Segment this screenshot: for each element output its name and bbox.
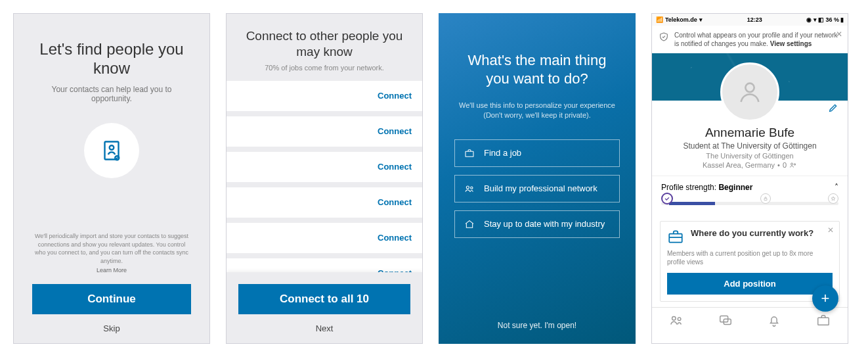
status-bar: 📶 Telekom.de ▾ 12:23 ◉ ▾ ◧ 36 % ▮ [652, 14, 848, 26]
nav-network-icon[interactable] [669, 313, 684, 329]
headline: What's the main thing you want to do? [454, 51, 620, 87]
profile-role: Student at The University of Göttingen [662, 141, 837, 151]
svg-point-5 [471, 187, 473, 189]
option-find-job[interactable]: Find a job [454, 139, 620, 167]
connect-button[interactable]: Connect [378, 126, 412, 136]
connect-button[interactable]: Connect [378, 197, 412, 207]
headline: Connect to other people you may know [242, 28, 406, 60]
svg-point-7 [791, 163, 793, 165]
svg-rect-15 [818, 318, 829, 325]
fab-add-button[interactable]: + [812, 285, 838, 312]
nav-jobs-icon[interactable] [816, 313, 831, 329]
connect-button[interactable]: Connect [378, 233, 412, 243]
subheadline: 70% of jobs come from your network. [242, 64, 406, 72]
suggestion-row: Connect [227, 81, 422, 111]
edit-icon[interactable] [828, 103, 838, 115]
chevron-up-icon[interactable]: ˄ [835, 183, 838, 192]
headline: Let's find people you know [32, 40, 191, 78]
disclaimer-text: We'll periodically import and store your… [32, 232, 191, 275]
close-icon[interactable]: ✕ [827, 226, 834, 235]
screen-profile: 📶 Telekom.de ▾ 12:23 ◉ ▾ ◧ 36 % ▮ Contro… [651, 13, 848, 344]
add-position-button[interactable]: Add position [667, 273, 833, 295]
check-icon [661, 193, 673, 204]
not-sure-button[interactable]: Not sure yet. I'm open! [498, 321, 576, 330]
close-icon[interactable]: ✕ [836, 30, 842, 40]
view-settings-link[interactable]: View settings [770, 40, 812, 47]
prompt-card: ✕ Where do you currently work? Members w… [660, 221, 840, 302]
strength-level: Beginner [718, 183, 752, 192]
suggestion-row: Connect [227, 116, 422, 147]
avatar[interactable] [720, 62, 779, 122]
skip-button[interactable]: Skip [103, 323, 119, 333]
carrier-label: Telekom.de [665, 16, 697, 23]
learn-more-link[interactable]: Learn More [32, 266, 191, 275]
svg-point-8 [794, 164, 795, 165]
home-icon [464, 219, 475, 229]
connect-button[interactable]: Connect [378, 91, 412, 101]
battery-icon: ▮ [840, 16, 844, 23]
svg-point-11 [672, 317, 676, 321]
svg-point-6 [745, 83, 754, 92]
screen-find-people: Let's find people you know Your contacts… [13, 13, 210, 344]
profile-university: The University of Göttingen [662, 152, 837, 160]
nav-notifications-icon[interactable] [767, 313, 781, 329]
suggestion-row: Connect [227, 152, 422, 182]
continue-button[interactable]: Continue [32, 284, 191, 314]
notice-banner: Control what appears on your profile and… [652, 26, 848, 53]
connect-all-button[interactable]: Connect to all 10 [238, 284, 410, 314]
briefcase-icon [464, 148, 475, 158]
svg-rect-10 [669, 234, 682, 243]
profile-strength-section: Profile strength: Beginner ˄ [652, 176, 848, 216]
connections-count: 0 [783, 161, 787, 169]
battery-label: 36 % [825, 16, 839, 23]
wifi-icon: ▾ [699, 16, 703, 23]
strength-bar [661, 197, 838, 209]
subheadline: Your contacts can help lead you to oppor… [32, 85, 191, 103]
svg-point-1 [110, 145, 114, 150]
option-build-network[interactable]: Build my professional network [454, 175, 620, 202]
profile-hero [652, 53, 848, 101]
clock-label: 12:23 [747, 16, 762, 23]
connect-button[interactable]: Connect [378, 162, 412, 172]
suggestion-row: Connect [227, 223, 422, 253]
people-icon [464, 183, 475, 194]
contacts-icon [84, 123, 139, 178]
bottom-nav [652, 307, 848, 335]
nav-messaging-icon[interactable] [718, 313, 733, 329]
screen-connect-suggestions: Connect to other people you may know 70%… [226, 13, 423, 344]
profile-name: Annemarie Bufe [662, 126, 837, 140]
star-icon [828, 193, 838, 204]
people-icon [789, 161, 797, 169]
option-industry-updates[interactable]: Stay up to date with my industry [454, 210, 620, 238]
shield-icon [659, 32, 669, 42]
svg-rect-3 [466, 151, 473, 156]
suggestion-list: Connect Connect Connect Connect Connect … [227, 81, 422, 273]
card-subtitle: Members with a current position get up t… [667, 249, 833, 266]
svg-rect-9 [764, 199, 767, 201]
svg-point-12 [678, 318, 682, 321]
suggestion-row: Connect [227, 258, 422, 273]
screen-intent: What's the main thing you want to do? We… [439, 13, 636, 344]
signal-icon: 📶 [656, 16, 663, 23]
svg-point-4 [466, 186, 469, 189]
subheadline: We'll use this info to personalize your … [454, 101, 620, 121]
card-title: Where do you currently work? [691, 228, 814, 239]
person-icon [737, 79, 763, 105]
profile-location: Kassel Area, Germany• 0 [662, 161, 837, 169]
next-button[interactable]: Next [316, 323, 334, 333]
briefcase-icon [667, 228, 684, 245]
indicator-icons: ◉ ▾ ◧ [806, 16, 824, 23]
suggestion-row: Connect [227, 187, 422, 218]
